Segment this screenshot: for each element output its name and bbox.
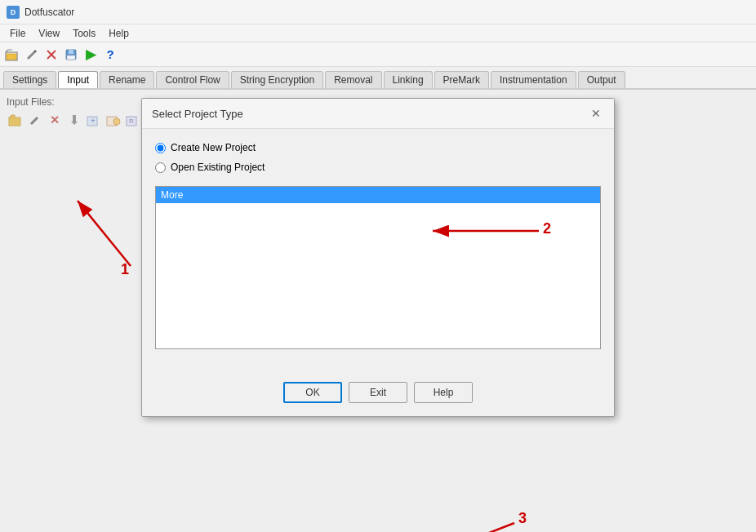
tab-output[interactable]: Output	[578, 71, 625, 88]
tab-rename[interactable]: Rename	[100, 71, 154, 88]
toolbar-help[interactable]: ?	[101, 46, 119, 64]
menu-help[interactable]: Help	[102, 26, 136, 41]
dialog-footer: OK Exit Help	[142, 375, 614, 416]
title-bar: D Dotfuscator	[0, 0, 756, 24]
help-button[interactable]: Help	[414, 382, 473, 403]
create-new-option[interactable]: Create New Project	[155, 142, 601, 153]
menu-bar: File View Tools Help	[0, 24, 756, 42]
app-icon: D	[7, 6, 20, 19]
main-toolbar: ▶ ?	[0, 42, 756, 67]
tab-settings[interactable]: Settings	[3, 71, 56, 88]
toolbar-pencil[interactable]	[23, 46, 41, 64]
menu-file[interactable]: File	[3, 26, 32, 41]
open-existing-radio[interactable]	[155, 162, 166, 173]
tab-linking[interactable]: Linking	[384, 71, 433, 88]
svg-rect-6	[67, 55, 75, 60]
list-item-more[interactable]: More	[156, 187, 600, 203]
create-new-radio[interactable]	[155, 143, 166, 153]
dialog-close-button[interactable]: ✕	[588, 105, 604, 122]
project-list-box[interactable]: More	[155, 186, 601, 349]
dialog-body: Create New Project Open Existing Project…	[142, 129, 614, 375]
tab-input[interactable]: Input	[58, 71, 98, 88]
main-content: Input Files: ✕ + R Select Project	[0, 90, 756, 532]
svg-rect-1	[7, 54, 16, 60]
create-new-label: Create New Project	[171, 142, 256, 153]
toolbar-delete[interactable]	[42, 46, 60, 64]
menu-tools[interactable]: Tools	[66, 26, 102, 41]
project-type-radio-group: Create New Project Open Existing Project	[155, 142, 601, 173]
toolbar-save[interactable]	[62, 46, 80, 64]
tab-instrumentation[interactable]: Instrumentation	[491, 71, 576, 88]
tab-string-encryption[interactable]: String Encryption	[231, 71, 323, 88]
toolbar-open[interactable]	[3, 46, 21, 64]
select-project-dialog: Select Project Type ✕ Create New Project…	[141, 98, 615, 417]
open-existing-label: Open Existing Project	[171, 162, 265, 173]
dialog-title: Select Project Type	[152, 108, 243, 120]
tab-removal[interactable]: Removal	[325, 71, 381, 88]
dialog-overlay: Select Project Type ✕ Create New Project…	[0, 90, 756, 532]
open-existing-option[interactable]: Open Existing Project	[155, 162, 601, 173]
tab-premark[interactable]: PreMark	[434, 71, 489, 88]
tab-bar: Settings Input Rename Control Flow Strin…	[0, 67, 756, 90]
app-title: Dotfuscator	[24, 7, 74, 18]
menu-view[interactable]: View	[32, 26, 66, 41]
svg-rect-5	[69, 50, 73, 54]
exit-button[interactable]: Exit	[349, 382, 407, 403]
tab-control-flow[interactable]: Control Flow	[156, 71, 229, 88]
dialog-title-bar: Select Project Type ✕	[142, 99, 614, 129]
ok-button[interactable]: OK	[283, 382, 342, 403]
toolbar-run[interactable]: ▶	[82, 46, 100, 64]
